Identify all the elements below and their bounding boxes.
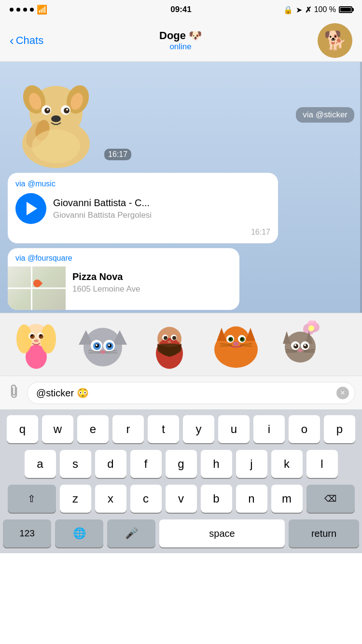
key-h[interactable]: h: [201, 450, 232, 478]
music-message: via @music Giovanni Battista - C... Giov…: [8, 173, 278, 243]
key-k[interactable]: k: [271, 450, 303, 478]
keyboard-row-2: a s d f g h j k l: [3, 450, 359, 478]
key-p[interactable]: p: [324, 415, 355, 443]
orange-cat-sticker-svg: [209, 321, 263, 369]
bluetooth-icon: ✗: [305, 5, 311, 14]
svg-point-38: [100, 350, 106, 354]
signal-dot-1: [10, 8, 14, 12]
svg-point-78: [304, 344, 306, 346]
svg-point-24: [31, 335, 33, 336]
svg-point-15: [32, 129, 80, 163]
clear-input-button[interactable]: ×: [336, 387, 349, 399]
play-triangle-icon: [27, 202, 37, 215]
key-n[interactable]: n: [236, 485, 267, 513]
key-c[interactable]: c: [130, 485, 162, 513]
space-key[interactable]: space: [159, 519, 285, 547]
foursquare-via-label: via @foursquare: [8, 248, 239, 266]
sticker-suggestions-row: [0, 313, 362, 376]
sticker-item-blonde-girl[interactable]: [5, 318, 68, 371]
location-message: via @foursquare Pizza Nova 1605 Lemoine …: [8, 248, 239, 310]
svg-point-79: [298, 349, 303, 352]
key-d[interactable]: d: [95, 450, 126, 478]
key-r[interactable]: r: [112, 415, 144, 443]
key-g[interactable]: g: [166, 450, 197, 478]
sticker-image: [8, 67, 104, 163]
key-v[interactable]: v: [166, 485, 197, 513]
music-via-label: via @music: [15, 180, 270, 188]
keyboard: q w e r t y u i o p a s d f g h j k l ⇧ …: [0, 409, 362, 553]
numbers-key[interactable]: 123: [3, 519, 51, 547]
navigation-bar: ‹ Chats Doge 🐶 online 🐕: [0, 19, 362, 62]
svg-point-50: [167, 340, 171, 343]
signal-dot-2: [16, 8, 20, 12]
microphone-key[interactable]: 🎤: [107, 519, 155, 547]
key-o[interactable]: o: [289, 415, 320, 443]
chat-title: Doge 🐶: [159, 29, 202, 42]
location-address: 1605 Lemoine Ave: [72, 284, 140, 294]
sticker-item-orange-cat[interactable]: [205, 318, 267, 371]
sticker-timestamp: 16:17: [104, 149, 131, 160]
keyboard-row-1: q w e r t y u i o p: [3, 415, 359, 443]
avatar[interactable]: 🐕: [318, 23, 352, 58]
chat-scrollbar[interactable]: [360, 62, 362, 313]
back-button[interactable]: ‹ Chats: [10, 34, 43, 47]
key-y[interactable]: y: [183, 415, 214, 443]
key-f[interactable]: f: [130, 450, 162, 478]
online-status: online: [159, 42, 202, 52]
keyboard-row-4: 123 🌐 🎤 space return: [3, 519, 359, 547]
location-info: Pizza Nova 1605 Lemoine Ave: [66, 266, 147, 310]
sticker-message: 16:17 via @sticker: [0, 62, 362, 168]
svg-point-26: [34, 339, 39, 342]
key-a[interactable]: a: [25, 450, 56, 478]
svg-point-69: [308, 325, 314, 331]
svg-point-70: [285, 332, 316, 363]
key-x[interactable]: x: [95, 485, 126, 513]
battery-label: 100 %: [314, 5, 336, 14]
sticker-item-grey-cat[interactable]: [71, 318, 134, 371]
key-z[interactable]: z: [60, 485, 91, 513]
chevron-left-icon: ‹: [10, 34, 14, 47]
key-w[interactable]: w: [42, 415, 73, 443]
location-icon: ➤: [296, 5, 302, 14]
play-button[interactable]: [15, 193, 46, 224]
svg-point-60: [241, 338, 243, 340]
map-thumbnail: [8, 266, 66, 310]
status-time: 09:41: [170, 5, 191, 14]
chat-name: Doge 🐶: [159, 29, 202, 42]
status-bar: 📶 09:41 🔒 ➤ ✗ 100 %: [0, 0, 362, 19]
svg-point-49: [172, 336, 176, 340]
key-t[interactable]: t: [148, 415, 179, 443]
svg-line-65: [240, 346, 252, 346]
map-road-vertical: [31, 266, 32, 310]
key-j[interactable]: j: [236, 450, 267, 478]
shift-key[interactable]: ⇧: [8, 485, 56, 513]
key-l[interactable]: l: [306, 450, 338, 478]
return-key[interactable]: return: [289, 519, 359, 547]
key-e[interactable]: e: [77, 415, 109, 443]
key-i[interactable]: i: [253, 415, 285, 443]
svg-point-10: [47, 109, 49, 111]
clear-icon: ×: [340, 389, 345, 397]
svg-point-19: [41, 324, 56, 353]
emoji-key[interactable]: 🌐: [55, 519, 103, 547]
sticker-item-bearded-man[interactable]: [138, 318, 201, 371]
svg-point-37: [108, 344, 110, 346]
music-artist: Giovanni Battista Pergolesi: [53, 210, 270, 220]
back-label: Chats: [16, 34, 43, 47]
chat-area: 16:17 via @sticker via @music Giovanni B…: [0, 62, 362, 313]
key-q[interactable]: q: [7, 415, 38, 443]
message-input-wrapper[interactable]: @sticker 😳 ×: [27, 382, 355, 404]
key-m[interactable]: m: [271, 485, 303, 513]
key-u[interactable]: u: [218, 415, 250, 443]
delete-key[interactable]: ⌫: [306, 485, 355, 513]
status-right: 🔒 ➤ ✗ 100 %: [283, 5, 352, 14]
svg-point-59: [229, 338, 231, 340]
sticker-item-flower-cat[interactable]: [271, 318, 334, 371]
key-s[interactable]: s: [60, 450, 91, 478]
grey-cat-sticker-svg: [76, 321, 129, 369]
key-b[interactable]: b: [201, 485, 232, 513]
signal-dot-3: [23, 8, 27, 12]
svg-point-11: [66, 109, 68, 111]
attach-button[interactable]: [7, 384, 21, 402]
lock-icon: 🔒: [283, 5, 293, 14]
